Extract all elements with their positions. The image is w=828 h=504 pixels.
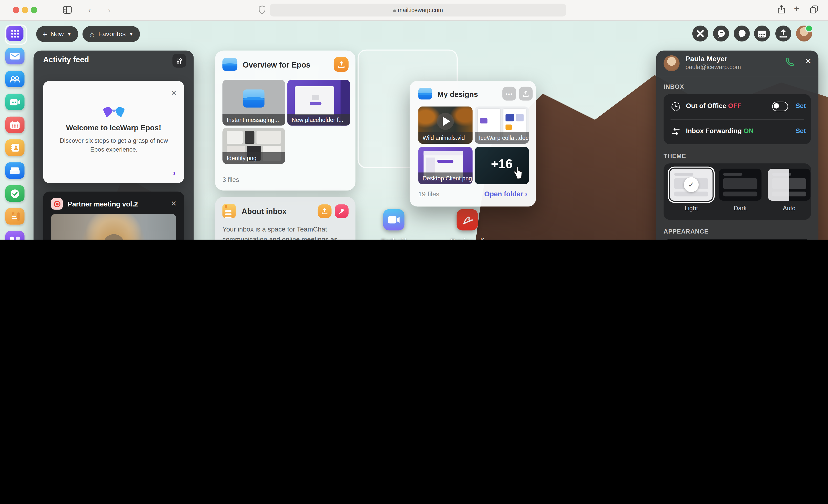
user-avatar[interactable] [796, 26, 812, 41]
knot-icon [696, 29, 705, 38]
file-tile[interactable]: New placeholder f... [287, 80, 350, 126]
app-window: ‹ › 🔒︎ mail.icewarp.com + + New ▼ ☆ Favo… [0, 0, 828, 240]
designs-file-count: 19 files [418, 191, 439, 198]
welcome-body: Discover six steps to get a grasp of new… [58, 136, 170, 154]
forwarding-icon [670, 126, 681, 137]
window-zoom-button[interactable] [31, 7, 37, 13]
sidebar-item-mail[interactable] [5, 48, 25, 64]
partner-meeting-card: Partner meeting vol.2 ✕ 1:46:29 Created … [43, 192, 184, 240]
theme-option-light[interactable]: ✓ [670, 169, 712, 201]
window-close-button[interactable] [13, 7, 19, 13]
notes-icon [10, 212, 19, 221]
file-tile[interactable]: Instant messaging... [222, 80, 285, 126]
about-widget-body: Your inbox is a space for TeamChat commu… [222, 225, 345, 240]
sidebar-item-contacts[interactable] [5, 71, 25, 87]
video-camera-icon [388, 216, 400, 223]
online-status-badge [805, 25, 813, 33]
activity-feed-title: Activity feed [43, 55, 89, 64]
lock-icon: 🔒︎ [393, 7, 398, 13]
upload-button[interactable] [775, 26, 791, 41]
forwarding-set-button[interactable]: Set [796, 127, 806, 135]
video-thumbnail[interactable]: 1:46:29 [51, 214, 176, 240]
play-icon[interactable] [103, 234, 124, 240]
welcome-title: Welcome to IceWarp Epos! [43, 123, 184, 132]
share-button[interactable] [334, 57, 348, 72]
call-icon[interactable] [786, 57, 795, 67]
design-file-tile[interactable]: IceWarp colla...docx [474, 107, 529, 144]
sidebar-item-meetings[interactable] [5, 94, 25, 110]
profile-panel: Paula Meyer paula@icewarp.com ✕ INBOX Ou… [656, 51, 819, 240]
theme-option-dark[interactable] [719, 169, 761, 201]
forward-icon[interactable]: › [108, 5, 111, 15]
window-minimize-button[interactable] [22, 7, 28, 13]
calendar-icon [758, 30, 766, 38]
sidebar-item-tasks[interactable] [5, 185, 25, 202]
out-of-office-toggle[interactable] [772, 102, 788, 111]
back-icon[interactable]: ‹ [88, 5, 91, 15]
app-launcher-button[interactable] [6, 26, 23, 41]
theme-label-dark: Dark [719, 205, 761, 211]
people-icon [10, 76, 20, 82]
icewarp-logo [103, 107, 125, 118]
sidebar-toggle-icon[interactable] [63, 6, 72, 14]
close-icon[interactable]: ✕ [171, 200, 176, 207]
design-file-tile[interactable]: Wild animals.vid [418, 107, 472, 144]
welcome-card: ✕ Welcome to IceWarp Epos! Discover six … [43, 81, 184, 183]
calendar-icon [10, 121, 20, 129]
inbox-section-label: INBOX [664, 83, 684, 90]
check-circle-icon [10, 189, 20, 198]
chat-button[interactable] [734, 26, 750, 41]
design-file-tile[interactable]: Desktop Client.png [418, 147, 472, 184]
feed-filter-button[interactable] [172, 54, 187, 68]
sidebar-item-addressbook[interactable] [5, 139, 25, 156]
favorites-button-label: Favorites [98, 30, 125, 38]
profile-avatar [664, 55, 679, 71]
tab-overview-icon[interactable] [810, 5, 819, 14]
theme-label-light: Light [670, 205, 712, 211]
new-tab-icon[interactable]: + [794, 4, 799, 14]
icewarp-wings-icon [10, 236, 20, 240]
partner-meeting-title: Partner meeting vol.2 [68, 200, 138, 208]
calendar-button[interactable] [754, 26, 770, 41]
about-widget-title: About inbox [242, 207, 287, 216]
chat-bubble-icon [737, 29, 746, 38]
sidebar-item-notes[interactable] [5, 208, 25, 224]
close-icon[interactable]: ✕ [805, 58, 812, 65]
desktop-file-label[interactable]: Earth.vid [367, 237, 420, 240]
theme-option-auto[interactable] [768, 169, 810, 201]
favorites-button[interactable]: ☆ Favorites ▼ [82, 26, 140, 42]
icewarp-apps-button[interactable] [692, 26, 708, 41]
out-of-office-set-button[interactable]: Set [796, 102, 806, 110]
more-options-button[interactable]: ••• [502, 87, 516, 101]
file-name: Instant messaging... [222, 114, 285, 125]
plus-icon: + [42, 30, 47, 39]
inbox-settings-card: Out of Office OFF Set Inbox Forwarding O… [664, 94, 811, 144]
desktop-file-label[interactable]: Preview.pdf [441, 237, 494, 240]
new-button[interactable]: + New ▼ [36, 26, 78, 42]
chevron-down-icon: ▼ [67, 31, 72, 37]
address-bar[interactable]: 🔒︎ mail.icewarp.com [270, 4, 566, 16]
close-icon[interactable]: ✕ [171, 89, 176, 96]
sidebar-item-calendar[interactable] [5, 117, 25, 133]
out-of-office-state: OFF [728, 102, 742, 110]
desktop-file-earth-vid[interactable] [383, 209, 405, 230]
teamchat-button[interactable] [713, 26, 729, 41]
pin-badge[interactable] [335, 204, 348, 218]
out-of-office-row[interactable]: Out of Office OFF [686, 102, 741, 110]
next-chevron-icon[interactable]: › [173, 168, 175, 178]
share-badge[interactable] [318, 204, 332, 218]
sidebar-item-icewarp[interactable] [5, 231, 25, 240]
sidebar-item-files[interactable] [5, 162, 25, 179]
open-folder-link[interactable]: Open folder › [484, 190, 527, 198]
inbox-forwarding-row[interactable]: Inbox Forwarding ON [686, 127, 753, 135]
forwarding-state: ON [744, 127, 753, 135]
video-camera-icon [10, 99, 20, 105]
share-button[interactable] [519, 87, 533, 101]
appearance-section-label: APPEARANCE [664, 228, 709, 235]
privacy-shield-icon[interactable] [258, 5, 265, 14]
share-icon[interactable] [777, 5, 786, 14]
desktop-file-preview-pdf[interactable] [457, 209, 478, 230]
file-tile[interactable]: Identity.png [222, 128, 285, 164]
profile-name: Paula Meyer [685, 55, 727, 63]
theme-card: ✓ Light Dark Auto [664, 163, 811, 220]
